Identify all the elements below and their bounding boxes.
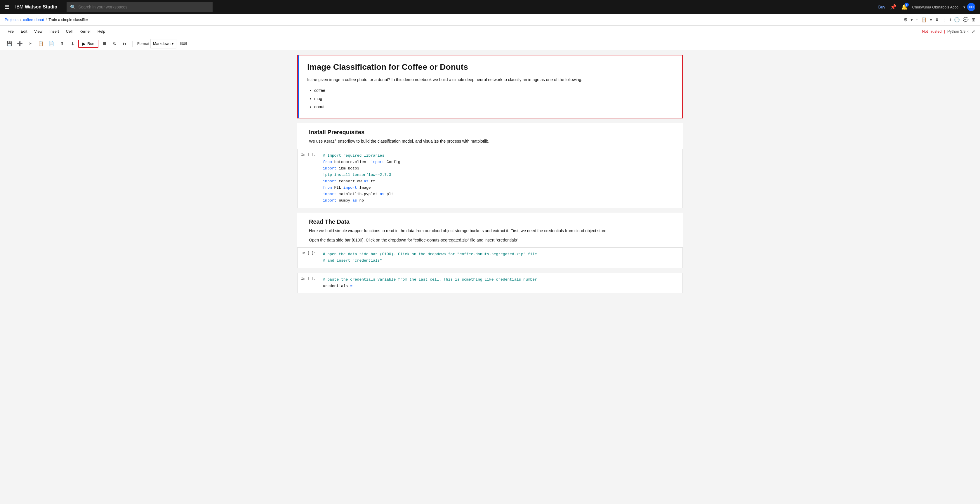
- interrupt-button[interactable]: ⏹: [100, 39, 109, 48]
- notebook-area: Image Classification for Coffee or Donut…: [0, 50, 980, 504]
- kw-import-4: import: [344, 185, 357, 190]
- cell1-code: # Import required libraries from botocor…: [318, 149, 682, 208]
- buy-button[interactable]: Buy: [878, 5, 885, 10]
- cell-left-bar: [298, 55, 299, 118]
- share-icon[interactable]: ↑: [916, 17, 918, 22]
- menu-cell[interactable]: Cell: [63, 27, 75, 35]
- menu-edit[interactable]: Edit: [18, 27, 30, 35]
- pin-icon[interactable]: 📌: [890, 4, 896, 10]
- run-label: Run: [88, 41, 94, 46]
- run-all-button[interactable]: ⏭: [121, 39, 130, 48]
- template-icon[interactable]: 📋: [921, 17, 927, 22]
- code-line-2: from botocore.client import Config: [323, 159, 678, 165]
- keyboard-shortcuts-button[interactable]: ⌨: [179, 39, 188, 48]
- save-button[interactable]: 💾: [5, 39, 14, 48]
- cell2-code: # open the data side bar (0100). Click o…: [318, 247, 682, 268]
- markdown-cell-1[interactable]: Image Classification for Coffee or Donut…: [297, 55, 683, 119]
- menu-help[interactable]: Help: [95, 27, 108, 35]
- top-navigation: ☰ IBM Watson Studio 🔍 Buy 📌 🔔 1 Chukwuma…: [0, 0, 980, 14]
- comment-1: # Import required libraries: [323, 154, 385, 158]
- notebook-title: Image Classification for Coffee or Donut…: [307, 62, 670, 72]
- move-up-button[interactable]: ⬆: [57, 39, 67, 48]
- section1-block: Install Prerequisites We use Keras/Tenso…: [297, 123, 683, 149]
- section2-desc: Here we build simple wrapper functions t…: [309, 228, 671, 234]
- search-bar[interactable]: 🔍: [67, 2, 213, 12]
- grid-view-icon[interactable]: ⊞: [972, 17, 975, 22]
- cell3-code: # paste the credentials variable from th…: [318, 273, 682, 293]
- kw-as-1: as: [364, 179, 369, 184]
- toolbar: 💾 ➕ ✂ 📋 📄 ⬆ ⬇ ▶ Run ⏹ ↻ ⏭ Format Markdow…: [0, 37, 980, 50]
- add-cell-button[interactable]: ➕: [15, 39, 24, 48]
- move-down-button[interactable]: ⬇: [68, 39, 77, 48]
- more-icon[interactable]: ⋮: [942, 17, 947, 22]
- list-item-coffee: coffee: [314, 86, 670, 95]
- format-select[interactable]: Markdown ▾: [150, 39, 177, 48]
- var-credentials: credentials: [323, 284, 350, 288]
- menu-view[interactable]: View: [31, 27, 45, 35]
- kw-import-1: import: [371, 160, 384, 164]
- chevron-down-icon3[interactable]: ▾: [930, 17, 932, 22]
- cell1-label: In [ ]:: [298, 149, 318, 208]
- format-label: Format: [137, 41, 149, 46]
- run-button[interactable]: ▶ Run: [78, 40, 99, 48]
- breadcrumb-current: Train a simple classifier: [48, 17, 88, 22]
- code-line-7: import matplotlib.pyplot as plt: [323, 191, 678, 198]
- code-cell-1[interactable]: In [ ]: # Import required libraries from…: [297, 149, 683, 208]
- trust-sep: |: [944, 29, 945, 33]
- menu-bar: File Edit View Insert Cell Kernel Help N…: [0, 26, 980, 37]
- restart-button[interactable]: ↻: [110, 39, 119, 48]
- chevron-down-icon2[interactable]: ▾: [910, 17, 913, 22]
- kw-from-2: from: [323, 185, 332, 190]
- chevron-down-icon: ▾: [963, 5, 966, 10]
- kw-import-2: import: [323, 166, 337, 171]
- section1-wrapper: Install Prerequisites We use Keras/Tenso…: [286, 123, 694, 149]
- search-input[interactable]: [78, 5, 209, 10]
- user-menu[interactable]: Chukwuma Obinabo's Acco... ▾ CO: [912, 3, 975, 11]
- kw-import-6: import: [323, 198, 337, 203]
- breadcrumb-projects[interactable]: Projects: [5, 17, 18, 22]
- code-cell-3[interactable]: In [ ]: # paste the credentials variable…: [297, 273, 683, 293]
- code-line-5: import tensorflow as tf: [323, 178, 678, 185]
- cell3-label: In [ ]:: [298, 273, 318, 293]
- section2-title: Read The Data: [309, 219, 671, 225]
- kernel-version: Python 3.9: [947, 29, 966, 33]
- kw-as-3: as: [352, 198, 357, 203]
- notebook-intro: Is the given image a coffee photo, or a …: [307, 76, 670, 83]
- cell3-line1: # paste the credentials variable from th…: [323, 276, 678, 283]
- comment-2a: # open the data side bar (0100). Click o…: [323, 252, 537, 257]
- notebook-list: coffee mug donut: [314, 86, 670, 111]
- kernel-info: Python 3.9 ○: [947, 29, 969, 33]
- menu-file[interactable]: File: [5, 27, 17, 35]
- paste-button[interactable]: 📄: [47, 39, 56, 48]
- versions-icon[interactable]: 🕐: [954, 17, 960, 22]
- section2-wrapper: Read The Data Here we build simple wrapp…: [286, 212, 694, 247]
- search-icon: 🔍: [70, 5, 76, 10]
- code-line-3: import ibm_boto3: [323, 165, 678, 172]
- menu-kernel[interactable]: Kernel: [76, 27, 94, 35]
- menu-insert[interactable]: Insert: [46, 27, 62, 35]
- cut-button[interactable]: ✂: [26, 39, 35, 48]
- kw-from-1: from: [323, 160, 332, 164]
- cell-wrapper-1: Image Classification for Coffee or Donut…: [286, 55, 694, 119]
- hamburger-menu[interactable]: ☰: [5, 4, 10, 10]
- copy-button[interactable]: 📋: [36, 39, 46, 48]
- comment-2b: # and insert "credentials": [323, 258, 382, 263]
- kw-import-3: import: [323, 179, 337, 184]
- breadcrumb-sep1: /: [20, 17, 21, 22]
- cell3-wrapper: In [ ]: # paste the credentials variable…: [286, 273, 694, 293]
- notification-badge: 1: [905, 3, 909, 7]
- filter-icon[interactable]: ⚙: [904, 17, 908, 22]
- breadcrumb-coffee-donut[interactable]: coffee-donut: [23, 17, 44, 22]
- cell2-label: In [ ]:: [298, 247, 318, 268]
- nav-actions: Buy 📌 🔔 1 Chukwuma Obinabo's Acco... ▾ C…: [878, 3, 975, 11]
- download-icon[interactable]: ⬇: [935, 17, 939, 22]
- op-equals: =: [350, 284, 352, 288]
- info-icon[interactable]: ℹ: [949, 17, 951, 22]
- notification-icon[interactable]: 🔔 1: [901, 4, 908, 10]
- chat-icon[interactable]: 💬: [963, 17, 969, 22]
- kw-as-2: as: [380, 192, 385, 196]
- code-line-8: import numpy as np: [323, 198, 678, 204]
- cell2-line2: # and insert "credentials": [323, 258, 678, 264]
- expand-icon[interactable]: ⤢: [972, 29, 975, 34]
- code-cell-2[interactable]: In [ ]: # open the data side bar (0100).…: [297, 247, 683, 268]
